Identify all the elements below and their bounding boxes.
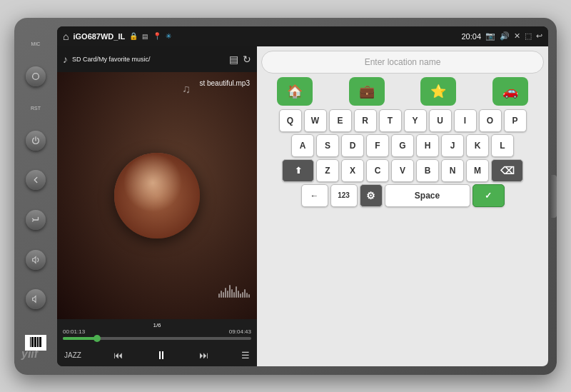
progress-dot — [94, 335, 101, 342]
key-X[interactable]: X — [341, 159, 364, 182]
genre-label: JAZZ — [64, 351, 81, 359]
nav-icon: 📍 — [153, 32, 161, 40]
settings-key[interactable]: ⚙ — [360, 184, 383, 207]
key-U[interactable]: U — [429, 109, 452, 132]
key-row-3: ⬆ Z X C V B N M ⌫ — [261, 159, 544, 182]
key-row-1: Q W E R T Y U I O P — [261, 109, 544, 132]
star-nav-icon: ⭐ — [430, 84, 446, 99]
key-Z[interactable]: Z — [316, 159, 339, 182]
screen: ⌂ iGO687WD_IL 🔒 ▤ 📍 ✳ 20:04 📷 🔊 ✕ ⬚ ↩ — [57, 26, 548, 366]
home-nav-icon: 🏠 — [287, 84, 303, 99]
playback-controls: JAZZ ⏮ ⏸ ⏭ ☰ — [57, 345, 257, 366]
album-art-image — [114, 153, 200, 238]
prev-track-button[interactable]: ⏮ — [113, 350, 123, 361]
key-N[interactable]: N — [441, 159, 464, 182]
key-G[interactable]: G — [391, 134, 414, 157]
home-nav-button[interactable]: 🏠 — [277, 77, 313, 106]
vol-down-button[interactable] — [26, 289, 46, 309]
return-hw-button[interactable] — [26, 210, 46, 230]
keyboard: Q W E R T Y U I O P A S — [261, 109, 544, 362]
location-input[interactable]: Enter location name — [261, 51, 544, 74]
note-icon: ♪ — [63, 54, 68, 65]
status-title: iGO687WD_IL — [73, 32, 125, 41]
music-top-bar: ♪ SD Card/My favorite music/ ▤ ↻ — [57, 46, 257, 72]
key-H[interactable]: H — [416, 134, 439, 157]
key-V[interactable]: V — [391, 159, 414, 182]
favorite-nav-button[interactable]: ⭐ — [420, 77, 456, 106]
mic-label: MIC — [31, 41, 41, 46]
power-button[interactable] — [26, 131, 46, 151]
camera-icon[interactable]: 📷 — [485, 31, 495, 41]
device-outer: MIC RST — [14, 18, 557, 375]
key-L[interactable]: L — [491, 134, 514, 157]
confirm-key[interactable]: ✓ — [473, 184, 505, 207]
equalizer-icon[interactable]: ▤ — [229, 54, 238, 65]
album-area: st beautiful.mp3 ♫ — [57, 72, 257, 319]
float-note-icon: ♫ — [182, 83, 191, 96]
sd-icon: ▤ — [142, 33, 148, 40]
track-number: 1/6 — [63, 322, 251, 328]
num-switch-key[interactable]: 123 — [330, 184, 358, 207]
volume-icon[interactable]: 🔊 — [500, 31, 510, 41]
status-bar-right: 20:04 📷 🔊 ✕ ⬚ ↩ — [461, 31, 542, 41]
key-R[interactable]: R — [354, 109, 377, 132]
rst-label: RST — [31, 106, 41, 111]
waveform — [218, 285, 250, 298]
key-J[interactable]: J — [441, 134, 464, 157]
status-bar: ⌂ iGO687WD_IL 🔒 ▤ 📍 ✳ 20:04 📷 🔊 ✕ ⬚ ↩ — [57, 26, 548, 46]
nav-panel: Enter location name 🏠 💼 ⭐ 🚗 — [257, 46, 548, 366]
main-content: ♪ SD Card/My favorite music/ ▤ ↻ st beau… — [57, 46, 548, 366]
watermark: yiif — [21, 348, 38, 361]
key-Y[interactable]: Y — [404, 109, 427, 132]
screen-icon[interactable]: ⬚ — [525, 31, 532, 41]
close-icon[interactable]: ✕ — [514, 31, 520, 41]
playlist-icon[interactable]: ☰ — [241, 350, 250, 361]
song-title: st beautiful.mp3 — [199, 79, 250, 87]
current-time: 00:01:13 — [63, 328, 85, 335]
backspace-key[interactable]: ⌫ — [491, 159, 523, 182]
key-T[interactable]: T — [379, 109, 402, 132]
car-nav-button[interactable]: 🚗 — [492, 77, 528, 106]
back-hw-button[interactable] — [26, 170, 46, 190]
progress-fill — [63, 337, 97, 340]
key-I[interactable]: I — [454, 109, 477, 132]
key-W[interactable]: W — [304, 109, 327, 132]
key-M[interactable]: M — [466, 159, 489, 182]
key-K[interactable]: K — [466, 134, 489, 157]
key-P[interactable]: P — [504, 109, 527, 132]
key-A[interactable]: A — [291, 134, 314, 157]
left-panel: MIC RST — [14, 18, 57, 375]
key-O[interactable]: O — [479, 109, 502, 132]
quick-nav-row: 🏠 💼 ⭐ 🚗 — [261, 77, 544, 106]
vol-up-button[interactable] — [26, 250, 46, 270]
shift-key[interactable]: ⬆ — [282, 159, 314, 182]
work-nav-icon: 💼 — [359, 84, 375, 99]
work-nav-button[interactable]: 💼 — [349, 77, 385, 106]
key-S[interactable]: S — [316, 134, 339, 157]
key-row-4: ← 123 ⚙ Space ✓ — [261, 184, 544, 207]
key-F[interactable]: F — [366, 134, 389, 157]
key-C[interactable]: C — [366, 159, 389, 182]
play-pause-button[interactable]: ⏸ — [156, 349, 167, 362]
progress-section: 1/6 00:01:13 09:04:43 — [57, 319, 257, 345]
right-edge — [551, 175, 557, 218]
key-B[interactable]: B — [416, 159, 439, 182]
car-nav-icon: 🚗 — [502, 84, 518, 99]
rst-button[interactable] — [26, 66, 46, 86]
total-time: 09:04:43 — [229, 328, 251, 335]
music-panel: ♪ SD Card/My favorite music/ ▤ ↻ st beau… — [57, 46, 257, 366]
key-Q[interactable]: Q — [279, 109, 302, 132]
album-art — [114, 153, 200, 238]
space-key[interactable]: Space — [385, 184, 470, 207]
location-placeholder: Enter location name — [365, 57, 441, 67]
key-D[interactable]: D — [341, 134, 364, 157]
status-time: 20:04 — [461, 32, 481, 41]
key-row-2: A S D F G H J K L — [261, 134, 544, 157]
home-icon[interactable]: ⌂ — [63, 31, 69, 42]
repeat-icon[interactable]: ↻ — [243, 54, 251, 65]
back-icon[interactable]: ↩ — [536, 31, 542, 41]
key-E[interactable]: E — [329, 109, 352, 132]
next-track-button[interactable]: ⏭ — [199, 350, 208, 361]
progress-bar[interactable] — [63, 337, 251, 340]
back-arrow-key[interactable]: ← — [301, 184, 328, 207]
